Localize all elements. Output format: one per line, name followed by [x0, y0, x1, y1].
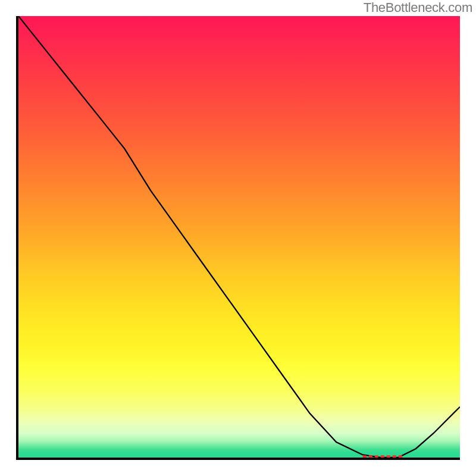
chart-line-series — [18, 16, 460, 458]
chart-plot-area — [16, 16, 460, 460]
chart-svg — [18, 16, 460, 458]
watermark-text: TheBottleneck.com — [364, 0, 472, 15]
